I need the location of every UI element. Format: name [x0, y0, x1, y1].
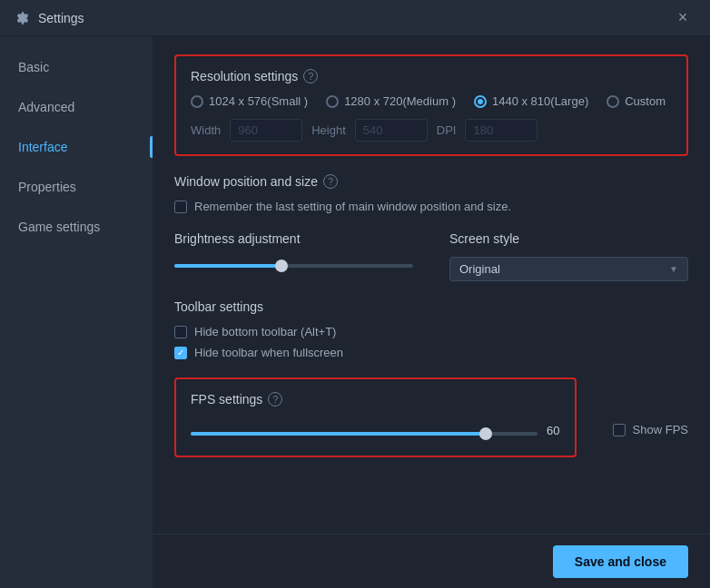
brightness-title: Brightness adjustment: [174, 231, 413, 246]
content-scroll: Resolution settings ? 1024 x 576(Small )…: [153, 36, 710, 534]
settings-icon: [15, 10, 31, 26]
screen-style-col: Screen style Original ▼: [449, 231, 688, 281]
resolution-large[interactable]: 1440 x 810(Large): [474, 94, 588, 108]
window-position-title: Window position and size ?: [174, 174, 688, 189]
window-position-section: Window position and size ? Remember the …: [174, 174, 688, 213]
radio-custom: [606, 95, 619, 108]
resolution-medium[interactable]: 1280 x 720(Medium ): [326, 94, 456, 108]
resolution-settings-title: Resolution settings ?: [191, 69, 672, 83]
hide-bottom-toolbar-checkbox: [174, 326, 187, 338]
remember-position-checkbox-row[interactable]: Remember the last setting of main window…: [174, 200, 688, 213]
resolution-small[interactable]: 1024 x 576(Small ): [191, 94, 308, 108]
window-title: Settings: [38, 11, 84, 25]
toolbar-settings-title: Toolbar settings: [174, 299, 688, 314]
brightness-slider-fill: [174, 264, 281, 268]
brightness-screenstyle-row: Brightness adjustment Screen style O: [174, 231, 688, 281]
resolution-settings-section: Resolution settings ? 1024 x 576(Small )…: [174, 54, 688, 156]
hide-bottom-toolbar-row[interactable]: Hide bottom toolbar (Alt+T): [174, 325, 688, 338]
hide-fullscreen-toolbar-row[interactable]: Hide toolbar when fullscreen: [174, 346, 688, 359]
fps-slider-track: [191, 432, 537, 436]
height-input[interactable]: [355, 119, 428, 142]
screen-style-dropdown[interactable]: Original ▼: [449, 257, 688, 281]
title-bar: Settings ×: [0, 0, 710, 36]
hide-fullscreen-toolbar-checkbox: [174, 347, 187, 359]
resolution-help-icon[interactable]: ?: [303, 69, 318, 83]
bottom-bar: Save and close: [153, 534, 710, 588]
fps-slider-row: 60: [191, 417, 560, 443]
fps-slider-thumb[interactable]: [479, 427, 492, 440]
title-bar-left: Settings: [15, 10, 84, 26]
brightness-slider-container[interactable]: [174, 257, 413, 275]
remember-position-checkbox: [174, 201, 187, 213]
window-position-help-icon[interactable]: ?: [323, 174, 338, 189]
sidebar-item-properties[interactable]: Properties: [0, 167, 153, 207]
sidebar-item-basic[interactable]: Basic: [0, 47, 153, 87]
dpi-input[interactable]: [465, 119, 537, 142]
brightness-slider-thumb[interactable]: [275, 260, 288, 272]
fps-help-icon[interactable]: ?: [268, 392, 282, 407]
sidebar-item-interface[interactable]: Interface: [0, 127, 153, 167]
width-input[interactable]: [230, 119, 302, 142]
toolbar-checkbox-list: Hide bottom toolbar (Alt+T) Hide toolbar…: [174, 325, 688, 359]
fps-settings-title: FPS settings ?: [191, 392, 560, 407]
dimension-row: Width Height DPI: [191, 119, 672, 142]
brightness-slider-track: [174, 264, 413, 268]
dropdown-arrow-icon: ▼: [669, 264, 678, 274]
fps-settings-section: FPS settings ? 60: [174, 377, 577, 457]
save-and-close-button[interactable]: Save and close: [553, 545, 688, 578]
sidebar-item-advanced[interactable]: Advanced: [0, 87, 153, 127]
main-layout: Basic Advanced Interface Properties Game…: [0, 36, 710, 588]
radio-large: [474, 95, 487, 108]
brightness-col: Brightness adjustment: [174, 231, 413, 275]
show-fps-checkbox: [613, 424, 626, 436]
radio-small: [191, 95, 203, 108]
fps-slider-fill: [191, 432, 486, 436]
show-fps-section: Show FPS: [613, 423, 688, 436]
fps-value-label: 60: [547, 424, 559, 437]
content-wrapper: Resolution settings ? 1024 x 576(Small )…: [153, 36, 710, 588]
sidebar: Basic Advanced Interface Properties Game…: [0, 36, 153, 588]
toolbar-settings-section: Toolbar settings Hide bottom toolbar (Al…: [174, 299, 688, 359]
show-fps-checkbox-row[interactable]: Show FPS: [613, 423, 688, 436]
screen-style-title: Screen style: [449, 231, 688, 246]
radio-medium: [326, 95, 339, 108]
fps-slider-container[interactable]: [191, 425, 537, 443]
close-button[interactable]: ×: [670, 5, 695, 31]
resolution-options: 1024 x 576(Small ) 1280 x 720(Medium ) 1…: [191, 94, 672, 108]
sidebar-item-game-settings[interactable]: Game settings: [0, 207, 153, 247]
resolution-custom[interactable]: Custom: [606, 94, 666, 108]
